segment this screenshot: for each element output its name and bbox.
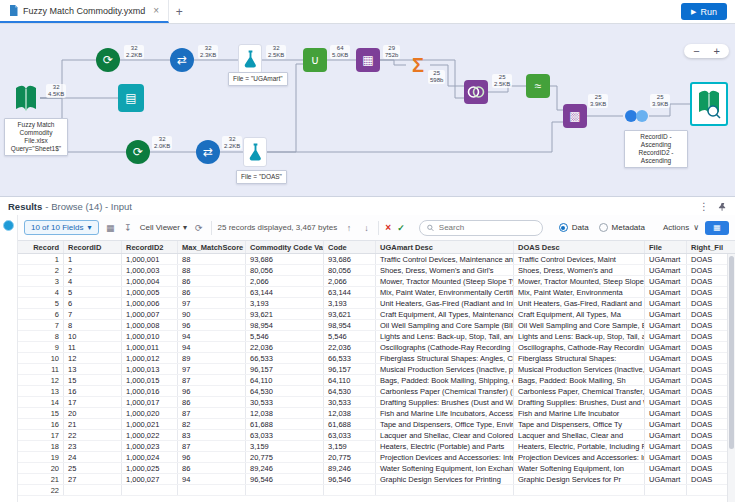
table-cell[interactable]: DOAS xyxy=(687,430,727,440)
table-cell[interactable]: 1,000,021 xyxy=(122,419,178,429)
tool-browse-selected[interactable] xyxy=(690,82,728,126)
table-cell[interactable]: Musical Production Services (Inactive, p… xyxy=(376,364,514,374)
tool-summarize[interactable]: Σ xyxy=(406,52,430,78)
table-cell[interactable]: UGAmart xyxy=(645,386,687,396)
table-cell[interactable]: 1,000,016 xyxy=(122,386,178,396)
table-cell[interactable]: UGAmart xyxy=(645,342,687,352)
table-cell[interactable]: Craft Equipment, All Types, Ma xyxy=(514,309,645,319)
table-cell[interactable]: 1,000,010 xyxy=(122,331,178,341)
tool-fuzzy-match[interactable]: ≈ xyxy=(526,74,550,98)
table-cell[interactable]: 1,000,012 xyxy=(122,353,178,363)
table-cell[interactable]: 86 xyxy=(178,397,246,407)
tool-sort[interactable] xyxy=(623,107,649,125)
table-row[interactable]: 21271,000,0279496,54696,546Graphic Desig… xyxy=(18,474,735,485)
table-cell[interactable]: DOAS xyxy=(687,364,727,374)
tool-unique[interactable]: ▩ xyxy=(563,104,587,128)
table-cell[interactable]: 94 xyxy=(178,474,246,484)
actions-dropdown[interactable]: Actions ∨ xyxy=(663,223,699,232)
table-cell[interactable]: Fiberglass Structural Shapes: xyxy=(514,353,645,363)
table-cell[interactable]: DOAS xyxy=(687,254,727,264)
table-cell[interactable]: UGAmart xyxy=(645,287,687,297)
table-cell[interactable]: 12,038 xyxy=(246,408,324,418)
tool-data-cleansing[interactable]: ⟳ xyxy=(96,48,120,72)
table-cell[interactable]: 96,157 xyxy=(324,364,376,374)
fields-dropdown[interactable]: 10 of 10 Fields ▾ xyxy=(24,220,99,235)
table-row[interactable]: 781,000,0089698,95498,954Oil Well Sampli… xyxy=(18,320,735,331)
table-cell[interactable]: 1,000,007 xyxy=(122,309,178,319)
zoom-out-button[interactable]: − xyxy=(693,45,699,57)
move-up-icon[interactable]: ↑ xyxy=(343,223,355,233)
table-cell[interactable]: 1,000,001 xyxy=(122,254,178,264)
table-cell[interactable]: 9 xyxy=(18,342,64,352)
metadata-radio[interactable] xyxy=(599,223,608,232)
table-cell[interactable]: 1,000,005 xyxy=(122,287,178,297)
table-cell[interactable]: Projection Devices and Accessories: Inte… xyxy=(514,452,645,462)
table-cell[interactable]: 10 xyxy=(18,353,64,363)
table-cell[interactable]: DOAS xyxy=(687,408,727,418)
table-cell[interactable]: UGAmart xyxy=(645,397,687,407)
table-cell[interactable]: 1,000,025 xyxy=(122,463,178,473)
table-view-icon[interactable]: ▦ xyxy=(105,223,117,233)
column-header[interactable]: DOAS Desc xyxy=(514,241,645,253)
table-cell[interactable]: UGAmart xyxy=(645,419,687,429)
table-row[interactable]: 15201,000,0208712,03812,038Fish and Mari… xyxy=(18,408,735,419)
table-cell[interactable]: Graphic Design Services for Pr xyxy=(514,474,645,484)
table-cell[interactable]: UGAmart xyxy=(645,375,687,385)
table-cell[interactable]: 12,038 xyxy=(324,408,376,418)
table-row[interactable]: 12151,000,0158764,11064,110Bags, Padded:… xyxy=(18,375,735,386)
table-cell[interactable]: 13 xyxy=(64,364,122,374)
table-cell[interactable]: 12 xyxy=(18,375,64,385)
table-cell[interactable]: 2 xyxy=(18,265,64,275)
table-cell[interactable]: UGAmart xyxy=(645,463,687,473)
table-cell[interactable]: Carbonless Paper, Chemical Transfer, Inc… xyxy=(514,386,645,396)
table-cell[interactable]: DOAS xyxy=(687,320,727,330)
table-cell[interactable]: DOAS xyxy=(687,342,727,352)
table-cell[interactable]: 11 xyxy=(64,342,122,352)
table-cell[interactable]: 18 xyxy=(18,441,64,451)
table-cell[interactable]: UGAmart xyxy=(645,265,687,275)
table-cell[interactable]: 5,546 xyxy=(324,331,376,341)
table-cell[interactable]: 1,000,020 xyxy=(122,408,178,418)
table-cell[interactable]: 87 xyxy=(178,441,246,451)
table-cell[interactable]: 80,056 xyxy=(324,265,376,275)
table-cell[interactable]: Oil Well Sampling and Core Sample, Bille… xyxy=(514,320,645,330)
table-cell[interactable]: Projection Devices and Accessories: Inte… xyxy=(376,452,514,462)
tool-browse[interactable]: ▤ xyxy=(118,84,144,112)
table-cell[interactable]: 1,000,024 xyxy=(122,452,178,462)
table-cell[interactable]: 13 xyxy=(18,386,64,396)
table-row[interactable]: 19241,000,0249620,77520,775Projection De… xyxy=(18,452,735,463)
table-cell[interactable]: 96,157 xyxy=(246,364,324,374)
table-cell[interactable]: 87 xyxy=(178,408,246,418)
table-cell[interactable]: 82 xyxy=(178,419,246,429)
table-cell[interactable]: UGAmart xyxy=(645,254,687,264)
table-cell[interactable]: 64,530 xyxy=(324,386,376,396)
table-cell[interactable]: 16 xyxy=(18,419,64,429)
table-cell[interactable]: Fish and Marine Life Incubator xyxy=(514,408,645,418)
table-cell[interactable]: UGAmart xyxy=(645,298,687,308)
table-cell[interactable]: Water Softening Equipment, Ion Exchange … xyxy=(376,463,514,473)
table-cell[interactable]: Drafting Supplies: Brushes, Dust and Was… xyxy=(514,397,645,407)
table-cell[interactable]: Lacquer and Shellac, Clear and Colored xyxy=(376,430,514,440)
table-cell[interactable]: UGAmart xyxy=(645,353,687,363)
table-cell[interactable]: 24 xyxy=(64,452,122,462)
table-cell[interactable]: 97 xyxy=(178,364,246,374)
table-cell[interactable] xyxy=(122,485,178,495)
table-cell[interactable]: 20 xyxy=(64,408,122,418)
table-cell[interactable]: Mower, Tractor Mounted, Steep Slope Type… xyxy=(514,276,645,286)
table-cell[interactable]: 98,954 xyxy=(246,320,324,330)
table-cell[interactable]: 1,000,015 xyxy=(122,375,178,385)
table-cell[interactable]: 93,686 xyxy=(246,254,324,264)
table-cell[interactable]: 66,533 xyxy=(246,353,324,363)
table-cell[interactable]: DOAS xyxy=(687,397,727,407)
table-cell[interactable] xyxy=(376,485,514,495)
table-cell[interactable]: 1 xyxy=(18,254,64,264)
table-cell[interactable]: DOAS xyxy=(687,419,727,429)
table-cell[interactable]: DOAS xyxy=(687,441,727,451)
table-cell[interactable]: 5,546 xyxy=(246,331,324,341)
data-profiling-toggle[interactable]: ▦ xyxy=(705,221,729,235)
tool-crosstab[interactable]: ▦ xyxy=(356,48,380,72)
table-cell[interactable]: 3,193 xyxy=(246,298,324,308)
table-row[interactable]: 9111,000,0119422,03622,036Oscillographs … xyxy=(18,342,735,353)
table-cell[interactable]: 80,056 xyxy=(246,265,324,275)
table-cell[interactable]: DOAS xyxy=(687,287,727,297)
